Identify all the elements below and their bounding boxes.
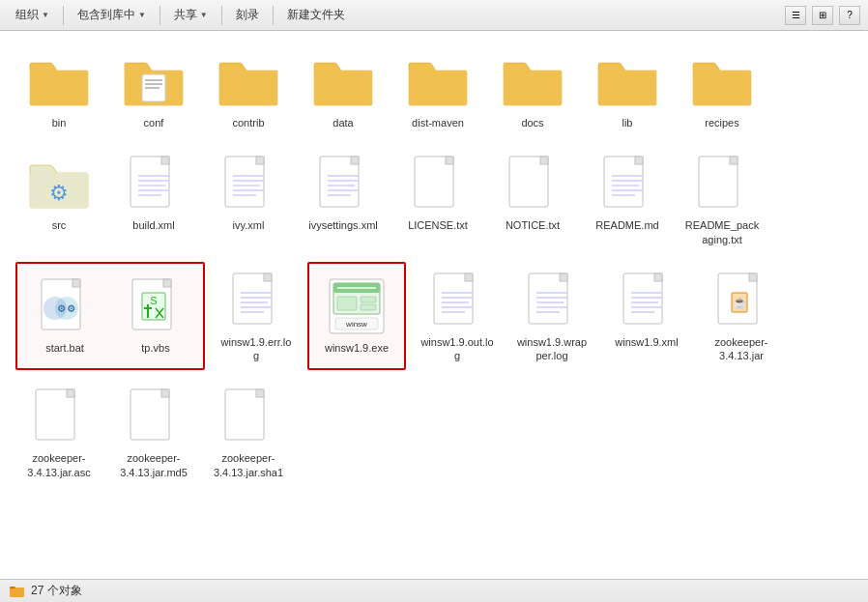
new-folder-button[interactable]: 新建文件夹 — [279, 4, 353, 26]
svg-rect-20 — [351, 157, 359, 164]
svg-rect-60 — [337, 297, 357, 310]
list-item[interactable]: dist-maven — [394, 43, 481, 137]
list-item[interactable]: bin — [15, 43, 102, 137]
file-label: zookeeper-3.4.13.jar.asc — [21, 451, 97, 479]
svg-text:S: S — [150, 295, 157, 306]
file-label: dist-maven — [412, 116, 464, 129]
list-item[interactable]: ivy.xml — [205, 145, 292, 254]
list-item[interactable]: NOTICE.txt — [489, 145, 576, 254]
file-label: conf — [144, 116, 164, 129]
list-item[interactable]: build.xml — [110, 145, 197, 254]
list-item[interactable]: winsw1.9.out.log — [414, 262, 501, 371]
file-label: bin — [52, 116, 67, 129]
list-item[interactable]: docs — [489, 43, 576, 137]
organize-button[interactable]: 组织 ▼ — [8, 4, 57, 26]
list-item[interactable]: ⚙ src — [15, 145, 102, 254]
list-item[interactable]: lib — [584, 43, 671, 137]
list-item[interactable]: ⚙ ⚙ start.bat — [21, 268, 108, 365]
svg-rect-73 — [560, 273, 567, 281]
svg-text:winsw: winsw — [345, 320, 367, 329]
list-item[interactable]: winsw1.9.xml — [603, 262, 690, 371]
file-label: recipes — [705, 116, 738, 129]
folder_doc-icon — [123, 50, 185, 112]
help-button[interactable]: ? — [839, 6, 860, 25]
file-label: ivy.xml — [233, 218, 265, 232]
svg-rect-38 — [730, 157, 738, 164]
txt-icon — [28, 386, 90, 447]
xml-icon — [616, 270, 678, 331]
txt-icon — [217, 386, 279, 447]
toolbar-right: ☰ ⊞ ? — [785, 6, 860, 25]
file-label: ivysettings.xml — [308, 218, 378, 232]
file-label: start.bat — [45, 341, 84, 355]
file-label: winsw1.9.xml — [615, 335, 678, 349]
svg-rect-27 — [446, 157, 453, 164]
file-label: zookeeper-3.4.13.jar.sha1 — [211, 451, 286, 479]
include-button[interactable]: 包含到库中 ▼ — [70, 4, 154, 26]
folder-icon — [217, 50, 279, 112]
status-count: 27 个对象 — [31, 583, 82, 599]
file-label: zookeeper-3.4.13.jar.md5 — [116, 451, 191, 479]
folder-status-icon — [10, 584, 25, 599]
file-label: NOTICE.txt — [506, 218, 560, 232]
list-item[interactable]: winsw1.9.wrapper.log — [508, 262, 595, 371]
file-label: LICENSE.txt — [408, 218, 468, 232]
list-item[interactable]: winsw1.9.err.log — [213, 262, 300, 371]
list-item[interactable]: ivysettings.xml — [300, 145, 387, 254]
file-label: src — [52, 218, 67, 232]
list-item[interactable]: README_packaging.txt — [679, 145, 766, 254]
svg-rect-40 — [72, 279, 80, 287]
file-label: winsw1.9.wrapper.log — [514, 335, 590, 363]
exe-icon: winsw — [326, 275, 388, 337]
list-item[interactable]: winsw winsw1.9.exe — [313, 268, 400, 365]
list-item[interactable]: LICENSE.txt — [394, 145, 481, 254]
xml-icon — [123, 153, 185, 215]
file-label: README_packaging.txt — [684, 218, 760, 246]
folder-icon — [502, 50, 564, 112]
list-item[interactable]: ☕ zookeeper-3.4.13.jar — [698, 262, 785, 371]
list-item[interactable]: zookeeper-3.4.13.jar.sha1 — [205, 378, 292, 487]
list-item[interactable]: recipes — [679, 43, 766, 137]
list-item[interactable]: zookeeper-3.4.13.jar.asc — [15, 378, 102, 487]
svg-rect-62 — [361, 304, 376, 310]
list-item[interactable]: zookeeper-3.4.13.jar.md5 — [110, 378, 197, 487]
txt-icon — [691, 153, 753, 215]
file-label: build.xml — [132, 218, 174, 232]
file-label: winsw1.9.out.log — [420, 335, 495, 363]
list-item[interactable]: README.md — [584, 145, 671, 254]
share-button[interactable]: 共享 ▼ — [166, 4, 216, 26]
svg-text:☕: ☕ — [733, 295, 747, 309]
list-item[interactable]: S tp.vbs — [112, 268, 199, 365]
organize-arrow-icon: ▼ — [42, 11, 49, 19]
engrave-button[interactable]: 刻录 — [228, 4, 267, 26]
md-icon — [596, 153, 658, 215]
file-label: docs — [521, 116, 543, 129]
file-grid: bin conf contrib data dist-maven — [15, 43, 853, 487]
share-arrow-icon: ▼ — [200, 11, 208, 19]
list-item[interactable]: data — [300, 43, 387, 137]
bat-icon: ⚙ ⚙ — [34, 275, 96, 337]
folder_gear-icon: ⚙ — [28, 153, 90, 215]
view-list-button[interactable]: ☰ — [785, 6, 806, 25]
svg-rect-98 — [10, 587, 15, 588]
svg-text:⚙: ⚙ — [49, 181, 69, 205]
txt-icon — [502, 153, 564, 215]
include-arrow-icon: ▼ — [138, 11, 146, 19]
svg-rect-93 — [161, 389, 169, 397]
svg-rect-61 — [361, 297, 376, 302]
file-area: bin conf contrib data dist-maven — [0, 31, 868, 579]
svg-rect-91 — [67, 389, 74, 397]
list-item[interactable]: contrib — [205, 43, 292, 137]
svg-rect-80 — [654, 273, 662, 281]
list-item[interactable]: conf — [110, 43, 197, 137]
svg-rect-87 — [749, 273, 757, 281]
view-icons-button[interactable]: ⊞ — [812, 6, 833, 25]
separator-3 — [221, 6, 222, 25]
log-icon — [521, 270, 583, 331]
svg-rect-95 — [256, 389, 264, 397]
file-label: zookeeper-3.4.13.jar — [704, 335, 779, 363]
file-label: data — [333, 116, 353, 129]
file-label: README.md — [595, 218, 658, 232]
svg-text:⚙: ⚙ — [57, 303, 66, 314]
highlighted-group-bat-vbs: ⚙ ⚙ start.bat S tp.vbs — [15, 262, 205, 371]
